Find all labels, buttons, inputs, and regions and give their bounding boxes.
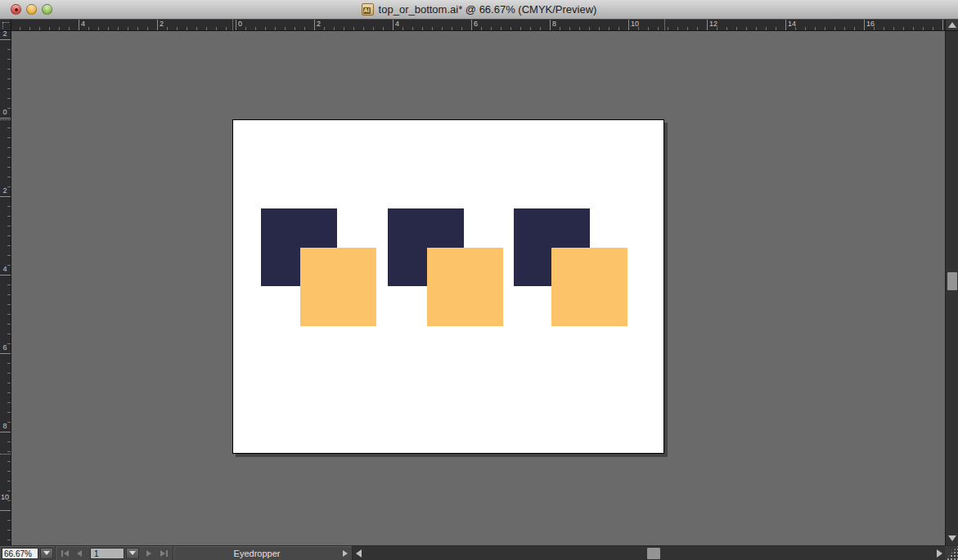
orange-square[interactable] (427, 248, 503, 326)
last-page-button[interactable] (156, 548, 171, 559)
status-menu-button[interactable] (339, 546, 352, 560)
window-title: top_or_bottom.ai* @ 66.67% (CMYK/Preview… (379, 3, 597, 16)
orange-square[interactable] (300, 248, 376, 326)
resize-grip-icon (945, 546, 958, 560)
ruler-label: 6 (0, 344, 10, 352)
ruler-label: 4 (395, 20, 399, 28)
first-page-button[interactable] (57, 548, 72, 559)
ai-document-icon: Ai (362, 3, 374, 16)
vertical-scrollbar-up-button[interactable] (945, 20, 958, 31)
horizontal-ruler[interactable]: 4202468101214161 (11, 20, 945, 31)
horizontal-scrollbar[interactable] (352, 546, 945, 560)
ruler-major-tick (0, 118, 11, 119)
chevron-down-icon (129, 551, 136, 555)
ruler-origin-box[interactable] (0, 20, 11, 31)
vertical-ruler[interactable]: 20246810 (0, 31, 11, 545)
ruler-major-tick (785, 20, 786, 30)
vertical-scrollbar-down-button[interactable] (946, 535, 958, 541)
scroll-right-icon (937, 549, 942, 558)
ruler-major-tick (314, 20, 315, 30)
ruler-major-tick (707, 20, 708, 30)
ruler-major-tick (942, 20, 943, 30)
ruler-label: 10 (631, 20, 639, 28)
next-page-icon (146, 550, 151, 557)
ai-icon-badge: Ai (363, 7, 371, 14)
artboard-edge-marker (664, 20, 665, 30)
divider (55, 546, 56, 560)
first-page-icon (61, 550, 63, 557)
next-page-button[interactable] (142, 548, 156, 559)
scroll-down-icon (948, 535, 956, 541)
previous-page-button[interactable] (72, 548, 87, 559)
traffic-lights (11, 4, 52, 15)
status-tool-segment: Eyedropper (175, 546, 352, 560)
status-bar: 66.67% 1 Eyedropper (0, 545, 958, 560)
ruler-major-tick (0, 510, 11, 511)
ruler-label: 4 (0, 266, 10, 273)
ruler-label: 2 (0, 31, 10, 38)
current-tool-label: Eyedropper (175, 549, 339, 558)
ruler-label: 0 (0, 109, 10, 116)
artboard-edge-marker (0, 454, 11, 455)
previous-page-icon (77, 550, 82, 557)
window-resize-grip[interactable] (945, 546, 958, 560)
page-number-field[interactable]: 1 (90, 548, 124, 559)
ruler-major-tick (864, 20, 865, 30)
illustrator-window: Ai top_or_bottom.ai* @ 66.67% (CMYK/Prev… (0, 0, 958, 560)
ruler-label: 10 (0, 494, 10, 501)
ruler-major-tick (0, 39, 11, 40)
scroll-up-icon (948, 22, 956, 28)
ruler-label: 2 (317, 20, 321, 28)
artboard-edge-marker (232, 20, 233, 30)
last-page-icon (160, 550, 165, 557)
window-title-group: Ai top_or_bottom.ai* @ 66.67% (CMYK/Prev… (362, 3, 597, 16)
canvas-pasteboard[interactable] (11, 31, 945, 545)
ruler-major-tick (0, 353, 11, 354)
ruler-major-tick (393, 20, 394, 30)
chevron-right-icon (343, 550, 348, 557)
artboard-edge-marker (0, 119, 11, 120)
ruler-major-tick (0, 432, 11, 432)
minimize-button[interactable] (26, 4, 37, 15)
first-page-icon-arrow (64, 550, 69, 557)
ruler-label: 4 (81, 20, 85, 28)
orange-square[interactable] (551, 248, 627, 326)
last-page-icon-bar (166, 550, 168, 557)
vertical-scrollbar-thumb[interactable] (947, 272, 957, 290)
artboard-page[interactable] (232, 119, 664, 454)
ruler-major-tick (0, 275, 11, 276)
divider (173, 546, 173, 560)
ruler-label: 2 (0, 187, 10, 195)
horizontal-scrollbar-thumb[interactable] (647, 548, 660, 559)
ruler-label: 8 (552, 20, 556, 28)
page-dropdown-button[interactable] (126, 548, 139, 559)
ruler-label: 2 (160, 20, 164, 28)
zoom-dropdown-button[interactable] (40, 548, 53, 559)
ruler-label: 8 (0, 423, 10, 430)
zoom-level-field[interactable]: 66.67% (2, 548, 38, 559)
vertical-scrollbar[interactable] (945, 31, 958, 545)
ruler-label: 6 (474, 20, 478, 28)
ruler-major-tick (236, 20, 236, 30)
ruler-major-tick (79, 20, 79, 30)
ruler-label: 12 (709, 20, 717, 28)
chevron-down-icon (43, 551, 50, 555)
close-button[interactable] (11, 4, 21, 15)
ruler-major-tick (550, 20, 551, 30)
ruler-major-tick (157, 20, 158, 30)
horizontal-scrollbar-left-button[interactable] (353, 549, 364, 558)
ruler-label: 0 (238, 20, 242, 28)
ruler-major-tick (0, 196, 11, 197)
ruler-label: 14 (788, 20, 796, 28)
zoom-button[interactable] (42, 4, 52, 15)
scroll-left-icon (356, 549, 362, 558)
title-bar[interactable]: Ai top_or_bottom.ai* @ 66.67% (CMYK/Prev… (0, 0, 958, 20)
horizontal-scrollbar-right-button[interactable] (933, 549, 945, 558)
ruler-major-tick (628, 20, 629, 30)
ruler-major-tick (471, 20, 472, 30)
ruler-label: 16 (866, 20, 875, 28)
